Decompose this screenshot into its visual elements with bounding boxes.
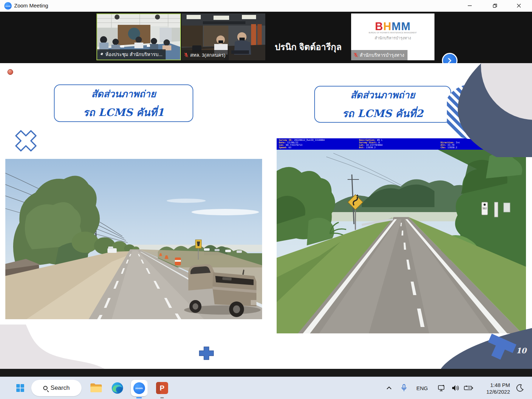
window-title: Zoom Meeting xyxy=(14,2,48,9)
windows-logo-icon xyxy=(16,384,24,392)
notification-button[interactable] xyxy=(514,380,526,396)
close-button[interactable] xyxy=(511,0,527,11)
tray-microphone-button[interactable] xyxy=(399,380,409,396)
windows-taskbar: Search zoom P xyxy=(0,377,532,399)
video-tile-label: สำนักบริหารบำรุงทาง xyxy=(351,50,408,60)
rural-road-scene: 562 xyxy=(277,150,526,333)
zoom-app-button[interactable]: zoom xyxy=(130,380,148,396)
muted-mic-icon xyxy=(353,52,358,57)
chevron-up-icon xyxy=(386,386,392,390)
language-indicator[interactable]: ENG xyxy=(416,377,428,399)
battery-button[interactable] xyxy=(462,380,475,396)
search-icon xyxy=(43,386,48,390)
chevron-right-icon xyxy=(447,58,453,63)
edge-icon xyxy=(111,382,124,394)
shared-slide: 10 สัดส่วนภาพถ่าย รถ LCMS คันที่1 สัดส่ว… xyxy=(0,63,532,369)
open-app-indicator xyxy=(160,397,164,398)
clock-date: 12/6/2022 xyxy=(486,388,510,395)
powerpoint-icon: P xyxy=(156,382,168,394)
kilometre-post: 562 xyxy=(482,202,488,215)
clock[interactable]: 1:48 PM 12/6/2022 xyxy=(486,377,510,399)
muted-mic-icon xyxy=(184,52,188,57)
zoom-app-icon: zoom xyxy=(4,2,12,10)
search-box[interactable]: Search xyxy=(31,380,82,396)
tray-chevron-button[interactable] xyxy=(384,380,394,396)
window-title-bar: zoom Zoom Meeting xyxy=(0,0,532,12)
letterbox-strip xyxy=(0,369,532,377)
record-indicator xyxy=(7,69,13,75)
video-gallery-strip: ห้องประชุม สำนักบริหารบ... xyxy=(0,12,532,63)
svg-text:562: 562 xyxy=(483,207,487,210)
zoom-app-card: zoom xyxy=(131,380,147,396)
video-tile-label: ห้องประชุม สำนักบริหารบ... xyxy=(97,49,166,60)
folder-icon xyxy=(90,383,102,393)
edge-browser-button[interactable] xyxy=(109,380,126,396)
clock-time: 1:48 PM xyxy=(490,382,510,388)
video-tile-label: สทล. 3(สกลนคร) xyxy=(182,50,229,60)
highway-scene xyxy=(5,159,262,319)
corner-decoration-top-right xyxy=(447,63,532,157)
battery-icon xyxy=(464,385,473,391)
roadside-sign xyxy=(504,203,510,212)
minimize-icon xyxy=(468,4,472,8)
network-button[interactable] xyxy=(436,380,448,396)
minimize-button[interactable] xyxy=(462,0,478,11)
speaker-icon xyxy=(451,384,460,392)
volume-button[interactable] xyxy=(450,380,461,396)
microphone-icon xyxy=(401,384,407,392)
active-app-indicator xyxy=(136,397,142,398)
search-label: Search xyxy=(51,384,70,392)
caption-box-lcms-1: สัดส่วนภาพถ่าย รถ LCMS คันที่1 xyxy=(54,84,193,122)
close-icon xyxy=(517,4,521,8)
caption-box-lcms-2: สัดส่วนภาพถ่าย รถ LCMS คันที่2 xyxy=(314,86,451,123)
zoom-icon: zoom xyxy=(133,382,145,394)
start-button[interactable] xyxy=(12,380,28,396)
bhmm-logo: BHMM BUREAU OF HIGHWAYS MAINTENANCE MANA… xyxy=(351,21,434,41)
corner-decoration-bottom-left xyxy=(0,325,106,369)
powerpoint-button[interactable]: P xyxy=(154,380,170,396)
plus-shape-decoration xyxy=(199,346,214,360)
pin-icon xyxy=(99,52,104,57)
moon-icon xyxy=(516,384,524,392)
marker-post xyxy=(494,202,498,217)
restore-icon xyxy=(493,4,497,8)
video-tile-remote-room[interactable]: สทล. 3(สกลนคร) xyxy=(182,13,265,60)
network-display-icon xyxy=(438,384,446,392)
slide-page-number: 10 xyxy=(516,346,526,355)
road-photo-lcms-2: Survey ID: 20220612_RunID_3310004 Date: … xyxy=(277,138,526,333)
corner-decoration-bottom-right xyxy=(436,318,532,369)
road-photo-lcms-1 xyxy=(5,159,262,319)
video-tile-bhmm[interactable]: BHMM BUREAU OF HIGHWAYS MAINTENANCE MANA… xyxy=(351,13,434,60)
x-shape-decoration xyxy=(10,125,42,157)
video-tile-meeting-room[interactable]: ห้องประชุม สำนักบริหารบ... xyxy=(96,13,181,60)
restore-button[interactable] xyxy=(487,0,503,11)
file-explorer-button[interactable] xyxy=(88,380,104,396)
